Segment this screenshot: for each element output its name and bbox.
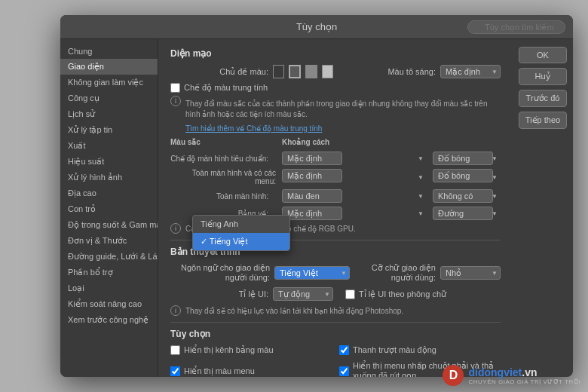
fullscreen-color-select[interactable]: Màu đen bbox=[282, 189, 342, 203]
next-button[interactable]: Tiếp theo bbox=[519, 112, 567, 129]
lang-option-en[interactable]: Tiếng Anh bbox=[193, 216, 289, 233]
sidebar-item-dotrongsuot[interactable]: Độ trong suốt & Gam màu bbox=[60, 217, 158, 233]
sidebar-item-diacap[interactable]: Địa cao bbox=[60, 185, 158, 201]
sidebar-item-xemtruoc[interactable]: Xem trước công nghệ bbox=[60, 312, 158, 328]
ui-scale-wrap: Tự động bbox=[273, 287, 333, 301]
restart-info-icon: i bbox=[170, 305, 181, 316]
logo-brand: didongviet.vn bbox=[468, 366, 580, 378]
fullscreen-menu-color-select[interactable]: Mặc định bbox=[282, 169, 342, 182]
sidebar-item-giaodien[interactable]: Giao diện bbox=[60, 59, 158, 75]
sidebar-item-kiemsoanangcao[interactable]: Kiểm soát nâng cao bbox=[60, 296, 158, 312]
ui-scale-checkbox[interactable] bbox=[345, 289, 355, 299]
neutral-mode-row: Chế độ màu trung tính bbox=[170, 83, 501, 93]
theme-label: Chủ đề màu: bbox=[170, 67, 268, 77]
fullscreen-menu-spacing-select[interactable]: Đổ bóng bbox=[433, 169, 493, 182]
lang-select[interactable]: Tiếng Anh Tiếng Việt bbox=[274, 266, 350, 280]
option-checkbox-1[interactable] bbox=[339, 345, 349, 355]
info-link[interactable]: Tìm hiểu thêm về Chế độ màu trung tính bbox=[185, 124, 322, 133]
std-screen-row: Chế độ màn hình tiêu chuẩn: bbox=[170, 152, 276, 165]
sidebar-item-phanbotro[interactable]: Phần bổ trợ bbox=[60, 265, 158, 280]
prev-button[interactable]: Trước đó bbox=[519, 90, 567, 107]
font-size-select[interactable]: Nhỏ bbox=[440, 266, 501, 280]
search-input[interactable] bbox=[467, 20, 565, 34]
ok-button[interactable]: OK bbox=[519, 47, 567, 63]
option-checkbox-3[interactable] bbox=[339, 366, 349, 376]
logo-tagline: CHUYÊN GIAO GIÁ TRỊ VƯỢT TRỘI bbox=[468, 378, 580, 385]
logo-text-block: didongviet.vn CHUYÊN GIAO GIÁ TRỊ VƯỢT T… bbox=[468, 366, 580, 385]
swatch-medium-dark[interactable] bbox=[289, 65, 301, 78]
ui-scale-select[interactable]: Tự động bbox=[273, 287, 333, 301]
lang-dropdown-wrap: Tiếng Anh Tiếng Việt bbox=[274, 266, 350, 280]
neutral-mode-checkbox[interactable] bbox=[170, 83, 180, 93]
title-bar: Tùy chọn 🔍 bbox=[60, 15, 573, 39]
fullscreen-spacing-select[interactable]: Không có bbox=[433, 189, 493, 203]
info-text: Thay đổi màu sắc của các thành phần tron… bbox=[185, 99, 501, 120]
fullscreen-menu-color-wrap: Mặc định bbox=[282, 169, 427, 185]
logo-icon: D bbox=[443, 365, 464, 386]
info-content: Thay đổi màu sắc của các thành phần tron… bbox=[185, 96, 501, 133]
option-label-0: Hiển thị kênh bảng màu bbox=[184, 345, 274, 355]
sidebar-item-duongguide[interactable]: Đường guide, Lưới & Lát cắt bbox=[60, 249, 158, 265]
sidebar-item-loai[interactable]: Loại bbox=[60, 280, 158, 296]
std-screen-color-wrap: Mặc định bbox=[282, 152, 427, 165]
neutral-mode-label: Chế độ màu trung tính bbox=[184, 83, 268, 93]
info-icon: i bbox=[170, 96, 181, 106]
sidebar-item-xulyhinhanh[interactable]: Xử lý hình ảnh bbox=[60, 170, 158, 185]
lang-option-vi[interactable]: Tiếng Việt bbox=[193, 233, 289, 250]
swatch-medium[interactable] bbox=[305, 65, 317, 78]
fullscreen-menu-spacing-wrap: Đổ bóng bbox=[433, 169, 501, 185]
fullscreen-menu-label: Toàn màn hình và có các menu: bbox=[170, 169, 276, 185]
logo-brand-accent: viet bbox=[504, 366, 522, 378]
sidebar-item-lichsu[interactable]: Lịch sử bbox=[60, 106, 158, 122]
info-block: i Thay đổi màu sắc của các thành phần tr… bbox=[170, 96, 501, 133]
option-row-1: Thanh trượt màu động bbox=[339, 345, 501, 355]
lang-dropdown-popup: Tiếng Anh Tiếng Việt bbox=[192, 215, 290, 251]
option-checkbox-0[interactable] bbox=[170, 345, 180, 355]
panel-spacing-wrap: Đường bbox=[433, 207, 501, 220]
fullscreen-row: Toàn màn hình: bbox=[170, 189, 276, 203]
std-screen-spacing-select[interactable]: Đổ bóng bbox=[433, 152, 493, 165]
sidebar-item-congcu[interactable]: Công cụ bbox=[60, 90, 158, 106]
panel-color-select[interactable]: Mặc định bbox=[282, 207, 342, 220]
sidebar-item-hieusuat[interactable]: Hiệu suất bbox=[60, 154, 158, 170]
ui-scale-check-row: Tỉ lệ UI theo phông chữ bbox=[345, 289, 446, 299]
bottom-logo: D didongviet.vn CHUYÊN GIAO GIÁ TRỊ VƯỢT… bbox=[443, 365, 580, 386]
fullscreen-spacing-wrap: Không có bbox=[433, 189, 501, 203]
font-size-label: Cỡ chữ giao diện người dùng: bbox=[354, 263, 436, 283]
std-screen-color-select[interactable]: Mặc định bbox=[282, 152, 342, 165]
font-size-wrap: Nhỏ bbox=[440, 266, 501, 280]
swatch-dark[interactable] bbox=[273, 65, 284, 78]
spacing-header: Khoảng cách bbox=[282, 138, 427, 148]
sidebar-item-khonggianlam[interactable]: Không gian làm việc bbox=[60, 75, 158, 90]
brightness-select[interactable]: Mặc định bbox=[440, 65, 501, 78]
ui-scale-check-label: Tỉ lệ UI theo phông chữ bbox=[359, 289, 446, 299]
lang-label: Ngôn ngữ cho giao diện người dùng: bbox=[170, 263, 270, 283]
fullscreen-color-wrap: Màu đen bbox=[282, 189, 427, 203]
dialog-title: Tùy chọn bbox=[296, 21, 337, 32]
swatch-light[interactable] bbox=[322, 65, 333, 78]
option-row-0: Hiển thị kênh bảng màu bbox=[170, 345, 332, 355]
panel-color-wrap: Mặc định bbox=[282, 207, 427, 220]
panel-spacing-select[interactable]: Đường bbox=[433, 207, 493, 220]
sidebar-item-chung[interactable]: Chung bbox=[60, 44, 158, 59]
restart-info-row: i Thay đổi sẽ có hiệu lực vào lần tới kh… bbox=[170, 305, 501, 316]
std-screen-label: Chế độ màn hình tiêu chuẩn: bbox=[170, 155, 268, 163]
lang-row: Ngôn ngữ cho giao diện người dùng: Tiếng… bbox=[170, 263, 501, 283]
divider-2 bbox=[170, 322, 501, 323]
option-checkbox-2[interactable] bbox=[170, 366, 180, 376]
option-label-1: Thanh trượt màu động bbox=[353, 345, 436, 355]
cancel-button[interactable]: Huỷ bbox=[519, 68, 567, 85]
brightness-dropdown-wrap: Mặc định bbox=[440, 65, 501, 78]
ui-scale-label: Tỉ lệ UI: bbox=[170, 289, 268, 299]
sidebar-item-donvi[interactable]: Đơn vị & Thước bbox=[60, 233, 158, 249]
std-screen-spacing-wrap: Đổ bóng bbox=[433, 152, 501, 165]
appearance-section-label: Diện mạo bbox=[170, 48, 501, 59]
restart-info-text: Thay đổi sẽ có hiệu lực vào lần tới khi … bbox=[185, 307, 403, 315]
sidebar-item-xulyfile[interactable]: Xử lý tập tin bbox=[60, 122, 158, 138]
sidebar-item-xuat[interactable]: Xuất bbox=[60, 138, 158, 154]
dialog-body: Chung Giao diện Không gian làm việc Công… bbox=[60, 39, 573, 377]
preferences-dialog: Tùy chọn 🔍 Chung Giao diện Không gian là… bbox=[60, 15, 573, 377]
fullscreen-label: Toàn màn hình: bbox=[170, 192, 268, 201]
brightness-label: Màu tô sáng: bbox=[338, 67, 436, 76]
sidebar-item-contro[interactable]: Con trỏ bbox=[60, 201, 158, 217]
